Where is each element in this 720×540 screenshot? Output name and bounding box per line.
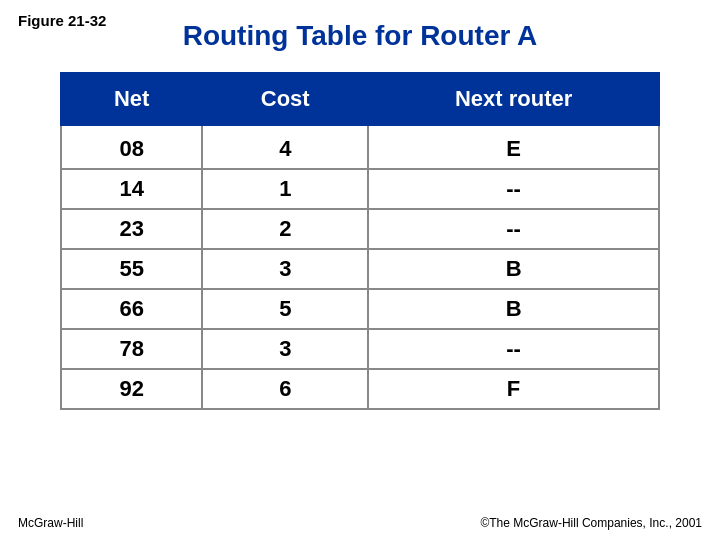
cell-net: 08 [61,125,202,169]
cell-next-router: B [368,249,659,289]
cell-cost: 2 [202,209,368,249]
table-row: 783-- [61,329,659,369]
cell-next-router: E [368,125,659,169]
col-header-net: Net [61,73,202,125]
cell-next-router: -- [368,209,659,249]
cell-cost: 3 [202,329,368,369]
cell-net: 14 [61,169,202,209]
routing-table: Net Cost Next router 084E141--232--553B6… [60,72,660,410]
figure-label: Figure 21-32 [18,12,106,29]
cell-net: 66 [61,289,202,329]
cell-cost: 4 [202,125,368,169]
footer-right: ©The McGraw-Hill Companies, Inc., 2001 [480,516,702,530]
table-row: 553B [61,249,659,289]
cell-cost: 1 [202,169,368,209]
cell-net: 92 [61,369,202,409]
cell-next-router: F [368,369,659,409]
page-title: Routing Table for Router A [0,10,720,52]
table-row: 084E [61,125,659,169]
cell-cost: 5 [202,289,368,329]
cell-net: 55 [61,249,202,289]
table-row: 665B [61,289,659,329]
cell-next-router: -- [368,169,659,209]
cell-next-router: -- [368,329,659,369]
col-header-cost: Cost [202,73,368,125]
cell-next-router: B [368,289,659,329]
table-row: 926F [61,369,659,409]
cell-net: 23 [61,209,202,249]
table-row: 232-- [61,209,659,249]
footer-left: McGraw-Hill [18,516,83,530]
cell-cost: 6 [202,369,368,409]
cell-cost: 3 [202,249,368,289]
table-container: Net Cost Next router 084E141--232--553B6… [0,72,720,410]
cell-net: 78 [61,329,202,369]
col-header-next: Next router [368,73,659,125]
table-row: 141-- [61,169,659,209]
